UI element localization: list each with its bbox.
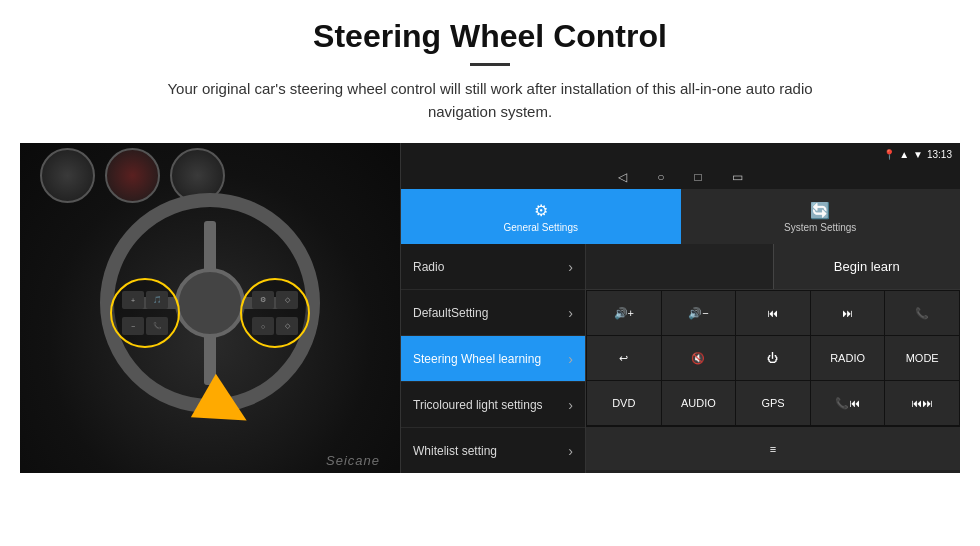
last-row: ≡ xyxy=(586,426,960,470)
tricoloured-chevron-icon: › xyxy=(568,397,573,413)
menu-item-default-label: DefaultSetting xyxy=(413,306,488,320)
settings-tabs: ⚙ General Settings 🔄 System Settings xyxy=(401,189,960,244)
back-nav-icon[interactable]: ◁ xyxy=(618,170,627,184)
status-bar: 📍 ▲ ▼ 13:13 xyxy=(401,143,960,165)
general-settings-label: General Settings xyxy=(504,222,579,233)
default-chevron-icon: › xyxy=(568,305,573,321)
prev-track-icon: ⏮ xyxy=(767,307,778,319)
gps-btn-label: GPS xyxy=(761,397,784,409)
menu-item-default-setting[interactable]: DefaultSetting › xyxy=(401,290,585,336)
sw-btn-4: 📞 xyxy=(146,317,168,335)
radio-chevron-icon: › xyxy=(568,259,573,275)
location-icon: 📍 xyxy=(883,149,895,160)
system-settings-icon: 🔄 xyxy=(810,201,830,220)
empty-input-box xyxy=(586,244,774,289)
audio-button[interactable]: AUDIO xyxy=(662,381,736,425)
menu-icon: ≡ xyxy=(770,443,776,455)
page-title: Steering Wheel Control xyxy=(40,18,940,55)
arrow-shape xyxy=(191,374,259,442)
dvd-btn-label: DVD xyxy=(612,397,635,409)
phone-button[interactable]: 📞 xyxy=(885,291,959,335)
title-divider xyxy=(470,63,510,66)
mute-icon: 🔇 xyxy=(691,352,705,365)
steering-background: + 🎵 − 📞 ⚙ ◇ ○ ◇ Seicane xyxy=(20,143,400,473)
steering-wheel-hub xyxy=(175,268,245,338)
radio-btn[interactable]: RADIO xyxy=(811,336,885,380)
gauge-left xyxy=(40,148,95,203)
audio-btn-label: AUDIO xyxy=(681,397,716,409)
sw-btn-3: − xyxy=(122,317,144,335)
return-button[interactable]: ↩ xyxy=(587,336,661,380)
menu-item-steering-label: Steering Wheel learning xyxy=(413,352,541,366)
sw-btn-7: ○ xyxy=(252,317,274,335)
menu-item-whitelist[interactable]: Whitelist setting › xyxy=(401,428,585,473)
menu-item-tricoloured-label: Tricoloured light settings xyxy=(413,398,543,412)
mode-btn-label: MODE xyxy=(906,352,939,364)
menu-item-radio-label: Radio xyxy=(413,260,444,274)
control-button-grid: 🔊+ 🔊− ⏮ ⏭ 📞 ↩ xyxy=(586,290,960,426)
menu-item-steering-wheel[interactable]: Steering Wheel learning › xyxy=(401,336,585,382)
sw-btn-6: ◇ xyxy=(276,291,298,309)
sw-btn-5: ⚙ xyxy=(252,291,274,309)
begin-learn-button[interactable]: Begin learn xyxy=(774,244,961,289)
volume-up-button[interactable]: 🔊+ xyxy=(587,291,661,335)
car-image-area: + 🎵 − 📞 ⚙ ◇ ○ ◇ Seicane xyxy=(20,143,400,473)
gps-button[interactable]: GPS xyxy=(736,381,810,425)
menu-item-whitelist-label: Whitelist setting xyxy=(413,444,497,458)
menu-item-tricoloured[interactable]: Tricoloured light settings › xyxy=(401,382,585,428)
sw-btn-2: 🎵 xyxy=(146,291,168,309)
brand-watermark: Seicane xyxy=(326,453,380,468)
mode-button[interactable]: MODE xyxy=(885,336,959,380)
whitelist-chevron-icon: › xyxy=(568,443,573,459)
home-nav-icon[interactable]: ○ xyxy=(657,170,664,184)
power-icon: ⏻ xyxy=(767,352,778,364)
status-time: 13:13 xyxy=(927,149,952,160)
tab-system[interactable]: 🔄 System Settings xyxy=(681,189,961,244)
signal-icon: ▼ xyxy=(913,149,923,160)
radio-btn-label: RADIO xyxy=(830,352,865,364)
steering-chevron-icon: › xyxy=(568,351,573,367)
status-icons: 📍 ▲ ▼ 13:13 xyxy=(883,149,952,160)
nav-bar: ◁ ○ □ ▭ xyxy=(401,165,960,189)
main-content: Radio › DefaultSetting › Steering Wheel … xyxy=(401,244,960,473)
phone-prev-button[interactable]: 📞⏮ xyxy=(811,381,885,425)
skip-icon: ⏮⏭ xyxy=(911,397,933,409)
left-menu: Radio › DefaultSetting › Steering Wheel … xyxy=(401,244,586,473)
right-panel: Begin learn 🔊+ 🔊− ⏮ ⏭ xyxy=(586,244,960,473)
phone-icon: 📞 xyxy=(915,307,929,320)
right-button-cluster: ⚙ ◇ ○ ◇ xyxy=(240,278,310,348)
menu-nav-icon[interactable]: ▭ xyxy=(732,170,743,184)
top-row: Begin learn xyxy=(586,244,960,290)
volume-down-icon: 🔊− xyxy=(688,307,708,320)
arrow-overlay xyxy=(200,383,250,433)
mute-button[interactable]: 🔇 xyxy=(662,336,736,380)
menu-button[interactable]: ≡ xyxy=(586,427,960,470)
dvd-button[interactable]: DVD xyxy=(587,381,661,425)
volume-up-icon: 🔊+ xyxy=(614,307,634,320)
return-icon: ↩ xyxy=(619,352,628,365)
subtitle: Your original car's steering wheel contr… xyxy=(140,78,840,123)
recents-nav-icon[interactable]: □ xyxy=(695,170,702,184)
power-button[interactable]: ⏻ xyxy=(736,336,810,380)
phone-prev-icon: 📞⏮ xyxy=(835,397,860,410)
steering-wheel: + 🎵 − 📞 ⚙ ◇ ○ ◇ xyxy=(100,193,320,413)
general-settings-icon: ⚙ xyxy=(534,201,548,220)
next-track-button[interactable]: ⏭ xyxy=(811,291,885,335)
menu-item-radio[interactable]: Radio › xyxy=(401,244,585,290)
sw-btn-8: ◇ xyxy=(276,317,298,335)
next-track-icon: ⏭ xyxy=(842,307,853,319)
skip-button[interactable]: ⏮⏭ xyxy=(885,381,959,425)
wifi-icon: ▲ xyxy=(899,149,909,160)
left-button-cluster: + 🎵 − 📞 xyxy=(110,278,180,348)
header-section: Steering Wheel Control Your original car… xyxy=(0,0,980,133)
prev-track-button[interactable]: ⏮ xyxy=(736,291,810,335)
volume-down-button[interactable]: 🔊− xyxy=(662,291,736,335)
android-ui: 📍 ▲ ▼ 13:13 ◁ ○ □ ▭ ⚙ General Settings 🔄… xyxy=(400,143,960,473)
content-area: + 🎵 − 📞 ⚙ ◇ ○ ◇ Seicane xyxy=(20,143,960,473)
sw-btn-1: + xyxy=(122,291,144,309)
tab-general[interactable]: ⚙ General Settings xyxy=(401,189,681,244)
system-settings-label: System Settings xyxy=(784,222,856,233)
